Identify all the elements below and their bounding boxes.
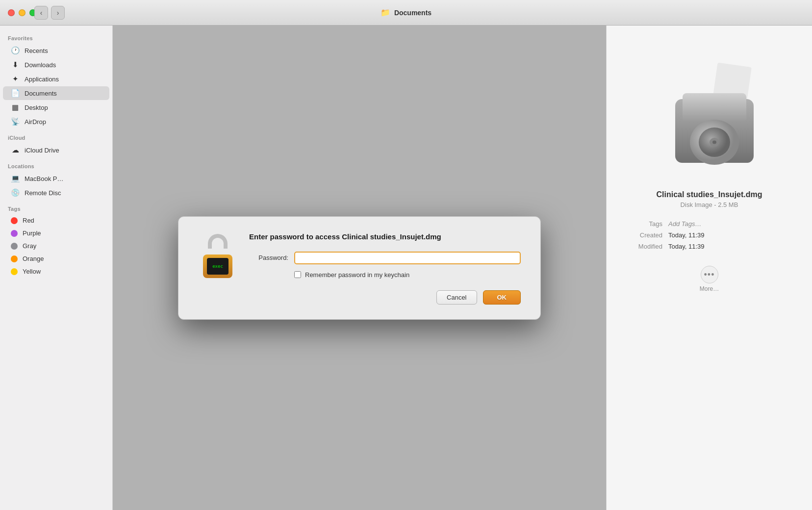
sidebar-item-red[interactable]: Red — [3, 214, 109, 227]
gray-dot — [11, 243, 18, 250]
downloads-label: Downloads — [25, 61, 56, 69]
remote-disc-icon: 💿 — [11, 188, 20, 197]
orange-dot — [11, 255, 18, 262]
tags-key: Tags — [618, 220, 662, 228]
red-label: Red — [23, 217, 34, 224]
preview-panel: Clinical studies_Insujet.dmg Disk Image … — [606, 26, 812, 510]
purple-label: Purple — [23, 230, 41, 237]
modified-value: Today, 11:39 — [668, 243, 704, 250]
applications-icon: ✦ — [11, 75, 20, 83]
modal-overlay: exec Enter password to access Clinical s… — [113, 26, 606, 510]
more-circle-icon: ••• — [701, 266, 718, 283]
more-button[interactable]: ••• More… — [700, 266, 719, 292]
red-dot — [11, 217, 18, 224]
title-bar: ‹ › 📁 Documents — [0, 0, 812, 26]
remote-disc-label: Remote Disc — [25, 189, 61, 197]
back-button[interactable]: ‹ — [34, 6, 48, 20]
remember-label: Remember password in my keychain — [305, 271, 409, 279]
modified-metadata-row: Modified Today, 11:39 — [618, 243, 800, 250]
sidebar-item-downloads[interactable]: ⬇ Downloads — [3, 58, 109, 72]
sidebar: Favorites 🕐 Recents ⬇ Downloads ✦ Applic… — [0, 26, 113, 510]
password-label: Password: — [249, 254, 288, 261]
sidebar-item-icloud-drive[interactable]: ☁ iCloud Drive — [3, 143, 109, 157]
sidebar-item-gray[interactable]: Gray — [3, 240, 109, 252]
macbook-icon: 💻 — [11, 174, 20, 183]
ok-button[interactable]: OK — [483, 290, 521, 305]
downloads-icon: ⬇ — [11, 60, 20, 69]
sidebar-item-documents[interactable]: 📄 Documents — [3, 86, 109, 100]
preview-image-area — [656, 45, 763, 182]
preview-subtitle: Disk Image - 2.5 MB — [681, 201, 738, 208]
locations-header: Locations — [0, 157, 112, 171]
dialog-buttons: Cancel OK — [198, 290, 521, 305]
dialog-icon: exec — [198, 231, 237, 280]
title-folder-icon: 📁 — [381, 8, 390, 17]
recents-icon: 🕐 — [11, 46, 20, 55]
password-row: Password: — [249, 252, 521, 264]
lock-terminal: exec — [207, 258, 228, 275]
password-input[interactable] — [294, 252, 521, 264]
minimize-button[interactable] — [19, 9, 25, 16]
preview-metadata: Tags Add Tags… Created Today, 11:39 Modi… — [607, 220, 812, 254]
yellow-label: Yellow — [23, 268, 41, 275]
svg-rect-2 — [683, 93, 746, 123]
desktop-icon: ▦ — [11, 103, 20, 112]
sidebar-item-yellow[interactable]: Yellow — [3, 265, 109, 278]
sidebar-item-desktop[interactable]: ▦ Desktop — [3, 101, 109, 114]
orange-label: Orange — [23, 255, 44, 262]
sidebar-item-applications[interactable]: ✦ Applications — [3, 72, 109, 86]
favorites-header: Favorites — [0, 29, 112, 43]
finder-window: ‹ › 📁 Documents Favorites 🕐 Recents ⬇ Do… — [0, 0, 812, 510]
window-title: Documents — [394, 9, 431, 17]
modified-key: Modified — [618, 243, 662, 250]
created-metadata-row: Created Today, 11:39 — [618, 231, 800, 239]
lock-body: exec — [203, 255, 232, 278]
sidebar-item-macbook[interactable]: 💻 MacBook P… — [3, 172, 109, 185]
icloud-drive-icon: ☁ — [11, 146, 20, 154]
main-view: exec Enter password to access Clinical s… — [113, 26, 606, 510]
svg-point-6 — [712, 141, 716, 144]
disk-image-preview — [660, 60, 759, 168]
tags-value[interactable]: Add Tags… — [668, 220, 701, 228]
created-value: Today, 11:39 — [668, 231, 704, 239]
lock-icon: exec — [200, 234, 235, 278]
content-area: Favorites 🕐 Recents ⬇ Downloads ✦ Applic… — [0, 26, 812, 510]
created-key: Created — [618, 231, 662, 239]
close-button[interactable] — [8, 9, 15, 16]
applications-label: Applications — [25, 76, 59, 83]
sidebar-item-orange[interactable]: Orange — [3, 253, 109, 265]
purple-dot — [11, 230, 18, 237]
dialog-title: Enter password to access Clinical studie… — [249, 231, 521, 242]
tags-header: Tags — [0, 200, 112, 214]
documents-icon: 📄 — [11, 89, 20, 98]
cancel-button[interactable]: Cancel — [436, 290, 477, 305]
remember-row: Remember password in my keychain — [249, 271, 521, 279]
documents-label: Documents — [25, 90, 57, 97]
sidebar-item-recents[interactable]: 🕐 Recents — [3, 44, 109, 57]
icloud-header: iCloud — [0, 129, 112, 143]
gray-label: Gray — [23, 242, 36, 250]
nav-buttons: ‹ › — [34, 6, 65, 20]
recents-label: Recents — [25, 47, 48, 54]
preview-title: Clinical studies_Insujet.dmg — [646, 190, 772, 199]
airdrop-label: AirDrop — [25, 118, 46, 126]
remember-checkbox[interactable] — [294, 271, 301, 278]
sidebar-item-purple[interactable]: Purple — [3, 227, 109, 239]
dialog-form: Password: Remember password in my keycha… — [249, 252, 521, 279]
sidebar-item-airdrop[interactable]: 📡 AirDrop — [3, 115, 109, 128]
back-icon: ‹ — [40, 9, 43, 17]
window-controls — [8, 9, 36, 16]
dialog-text-area: Enter password to access Clinical studie… — [249, 231, 521, 279]
forward-icon: › — [57, 9, 59, 17]
desktop-label: Desktop — [25, 104, 48, 111]
title-bar-text: 📁 Documents — [381, 8, 431, 17]
password-dialog: exec Enter password to access Clinical s… — [178, 216, 541, 320]
forward-button[interactable]: › — [51, 6, 65, 20]
dialog-content: exec Enter password to access Clinical s… — [198, 231, 521, 280]
airdrop-icon: 📡 — [11, 117, 20, 126]
sidebar-item-remote-disc[interactable]: 💿 Remote Disc — [3, 186, 109, 200]
tags-metadata-row: Tags Add Tags… — [618, 220, 800, 228]
macbook-label: MacBook P… — [25, 175, 63, 182]
more-label: More… — [700, 285, 719, 292]
yellow-dot — [11, 268, 18, 275]
